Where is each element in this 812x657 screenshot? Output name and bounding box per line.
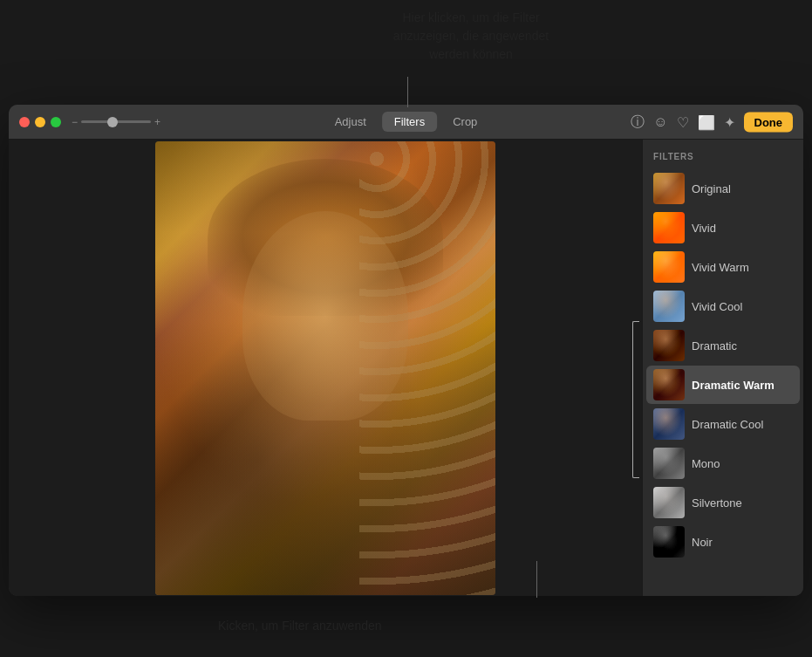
heart-icon[interactable]: ♡ (677, 113, 689, 130)
share-icon[interactable]: ⬜ (698, 113, 715, 130)
toolbar-right: ⓘ ☺ ♡ ⬜ ✦ Done (631, 112, 793, 132)
tab-filters[interactable]: Filters (382, 112, 437, 132)
filter-list: OriginalVividVivid WarmVivid CoolDramati… (643, 169, 803, 561)
filter-thumb-dramatic-cool (653, 408, 685, 440)
photo-image (155, 141, 495, 595)
zoom-slider-thumb[interactable] (107, 117, 118, 127)
filter-name-vivid: Vivid (692, 222, 716, 235)
tab-crop[interactable]: Crop (440, 112, 489, 132)
filter-item-dramatic[interactable]: Dramatic (646, 326, 800, 365)
filter-name-silvertone: Silvertone (692, 496, 742, 510)
filter-item-dramatic-cool[interactable]: Dramatic Cool (646, 405, 800, 443)
tab-bar: Adjust Filters Crop (323, 112, 490, 132)
filter-name-dramatic: Dramatic (692, 339, 737, 352)
tooltip-bottom-line (536, 561, 537, 598)
filter-thumb-vivid-cool (653, 291, 685, 322)
zoom-slider[interactable] (81, 120, 151, 123)
maximize-button[interactable] (51, 117, 61, 127)
filter-thumb-original (653, 173, 685, 204)
tooltip-top: Hier klicken, um die Filter anzuzeigen, … (358, 9, 584, 64)
filter-name-dramatic-warm: Dramatic Warm (692, 379, 774, 392)
filter-name-mono: Mono (692, 457, 720, 470)
zoom-slider-area: − + (72, 116, 160, 128)
filter-name-vivid-cool: Vivid Cool (692, 300, 742, 313)
filter-item-noir[interactable]: Noir (646, 523, 800, 561)
filter-name-vivid-warm: Vivid Warm (692, 261, 749, 274)
filters-sidebar: FILTERS OriginalVividVivid WarmVivid Coo… (642, 140, 803, 596)
close-button[interactable] (19, 117, 30, 127)
filters-section-label: FILTERS (643, 147, 803, 168)
filter-item-vivid-cool[interactable]: Vivid Cool (646, 287, 800, 325)
photo-area (9, 140, 642, 596)
filter-item-vivid[interactable]: Vivid (646, 209, 800, 247)
tab-adjust[interactable]: Adjust (323, 112, 379, 132)
app-window: − + Adjust Filters Crop ⓘ ☺ ♡ ⬜ ✦ Done (9, 105, 803, 596)
filter-bracket-indicator (632, 321, 639, 478)
filter-thumb-silvertone (653, 487, 685, 518)
filter-item-original[interactable]: Original (646, 169, 800, 208)
filter-thumb-mono (653, 448, 685, 479)
magic-icon[interactable]: ✦ (724, 113, 735, 130)
title-bar: − + Adjust Filters Crop ⓘ ☺ ♡ ⬜ ✦ Done (9, 105, 803, 140)
filter-name-dramatic-cool: Dramatic Cool (692, 418, 763, 431)
info-icon[interactable]: ⓘ (631, 113, 645, 131)
minimize-button[interactable] (35, 117, 45, 127)
filter-name-noir: Noir (692, 536, 713, 549)
main-content: FILTERS OriginalVividVivid WarmVivid Coo… (9, 140, 803, 596)
filter-thumb-dramatic (653, 330, 685, 361)
tooltip-bottom: Kicken, um Filter anzuwenden (218, 619, 382, 633)
filter-thumb-vivid-warm (653, 251, 685, 283)
filter-thumb-vivid (653, 212, 685, 243)
done-button[interactable]: Done (744, 112, 794, 132)
filter-item-silvertone[interactable]: Silvertone (646, 483, 800, 522)
filter-item-dramatic-warm[interactable]: Dramatic Warm (646, 366, 800, 404)
zoom-in-icon[interactable]: + (154, 116, 160, 128)
filter-thumb-dramatic-warm (653, 369, 685, 400)
filter-thumb-noir (653, 526, 685, 558)
traffic-lights (19, 117, 61, 127)
filter-item-vivid-warm[interactable]: Vivid Warm (646, 248, 800, 286)
zoom-out-icon[interactable]: − (72, 116, 78, 128)
photo-bg-pattern (359, 141, 495, 595)
filter-item-mono[interactable]: Mono (646, 444, 800, 482)
face-icon[interactable]: ☺ (653, 114, 667, 130)
filter-name-original: Original (692, 182, 731, 195)
tooltip-top-line (407, 77, 408, 107)
